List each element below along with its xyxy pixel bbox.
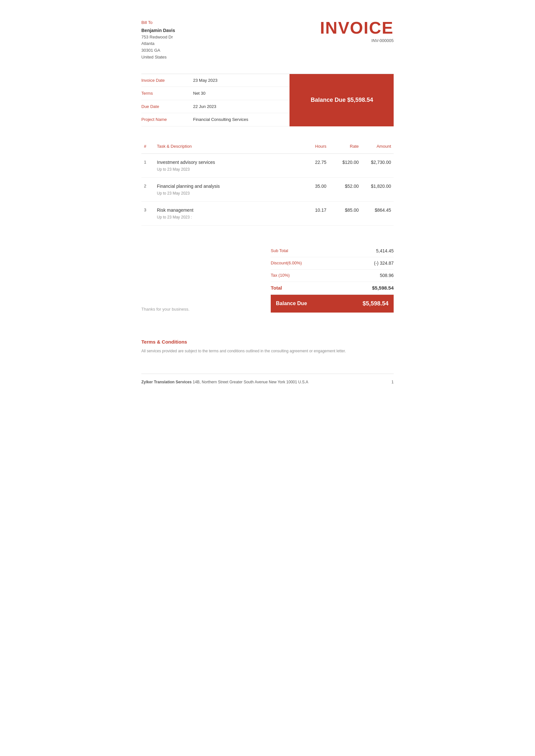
row-rate: $52.00 <box>329 178 361 202</box>
balance-due-header-box: Balance Due $5,598.54 <box>290 74 394 126</box>
task-name: Risk management <box>157 207 294 214</box>
invoice-date-value: 23 May 2023 <box>193 77 217 84</box>
discount-row: Discount(6.00%) (-) 324.87 <box>271 257 394 270</box>
table-header-row: # Task & Description Hours Rate Amount <box>141 139 394 154</box>
bill-to-address: 753 Redwood Dr Atlanta 30301 GA United S… <box>141 34 175 61</box>
invoice-number: INV-000005 <box>320 38 394 44</box>
terms-section: Terms & Conditions All services provided… <box>141 332 394 355</box>
row-task-desc: Investment advisory services Up to 23 Ma… <box>154 153 296 178</box>
balance-due-row: Balance Due $5,598.54 <box>271 295 394 312</box>
info-row-project-name: Project Name Financial Consulting Servic… <box>141 113 290 126</box>
invoice-page: Bill To Benjamin Davis 753 Redwood Dr At… <box>122 0 413 398</box>
balance-due-header-text: Balance Due $5,598.54 <box>311 96 373 104</box>
col-header-rate: Rate <box>329 139 361 154</box>
col-header-task: Task & Description <box>154 139 296 154</box>
total-label: Total <box>271 284 282 292</box>
row-task-desc: Financial planning and analysis Up to 23… <box>154 178 296 202</box>
task-name: Investment advisory services <box>157 159 294 166</box>
row-rate: $85.00 <box>329 202 361 226</box>
terms-value: Net 30 <box>193 90 205 97</box>
bill-to-city: Atlanta <box>141 40 175 47</box>
task-description: Up to 23 May 2023 <box>157 167 294 172</box>
row-amount: $2,730.00 <box>361 153 394 178</box>
info-row-due-date: Due Date 22 Jun 2023 <box>141 100 290 114</box>
tax-value: 508.96 <box>380 272 394 279</box>
col-header-amount: Amount <box>361 139 394 154</box>
invoice-date-label: Invoice Date <box>141 77 193 84</box>
discount-value: (-) 324.87 <box>374 260 394 267</box>
balance-due-value: $5,598.54 <box>363 299 388 308</box>
row-num: 2 <box>141 178 154 202</box>
totals-table: Sub Total 5,414.45 Discount(6.00%) (-) 3… <box>271 245 394 312</box>
table-row: 2 Financial planning and analysis Up to … <box>141 178 394 202</box>
row-task-desc: Risk management Up to 23 May 2023 : <box>154 202 296 226</box>
project-name-value: Financial Consulting Services <box>193 116 248 123</box>
table-row: 3 Risk management Up to 23 May 2023 : 10… <box>141 202 394 226</box>
terms-title: Terms & Conditions <box>141 338 394 346</box>
row-rate: $120.00 <box>329 153 361 178</box>
terms-label: Terms <box>141 90 193 97</box>
bill-to-address1: 753 Redwood Dr <box>141 34 175 41</box>
subtotal-label: Sub Total <box>271 248 288 255</box>
total-row: Total $5,598.54 <box>271 282 394 295</box>
bill-to-zip-state: 30301 GA <box>141 47 175 54</box>
bill-to-name: Benjamin Davis <box>141 27 175 34</box>
due-date-value: 22 Jun 2023 <box>193 103 216 110</box>
tax-row: Tax (10%) 508.96 <box>271 270 394 282</box>
task-description: Up to 23 May 2023 <box>157 190 294 196</box>
row-num: 1 <box>141 153 154 178</box>
task-description: Up to 23 May 2023 : <box>157 214 294 220</box>
subtotal-row: Sub Total 5,414.45 <box>271 245 394 257</box>
row-amount: $864.45 <box>361 202 394 226</box>
row-hours: 10.17 <box>296 202 329 226</box>
info-grid-container: Invoice Date 23 May 2023 Terms Net 30 Du… <box>141 74 394 126</box>
task-name: Financial planning and analysis <box>157 183 294 190</box>
project-name-label: Project Name <box>141 116 193 123</box>
col-header-num: # <box>141 139 154 154</box>
row-amount: $1,820.00 <box>361 178 394 202</box>
thanks-text: Thanks for your business. <box>141 306 189 312</box>
row-hours: 35.00 <box>296 178 329 202</box>
footer-company-name: Zylker Translation Services <box>141 380 191 384</box>
balance-due-label: Balance Due <box>276 300 307 308</box>
row-hours: 22.75 <box>296 153 329 178</box>
tax-label: Tax (10%) <box>271 272 290 279</box>
footer-page: 1 <box>391 379 394 385</box>
total-value: $5,598.54 <box>372 284 394 292</box>
footer: Zylker Translation Services 14B, Norther… <box>141 374 394 385</box>
info-grid: Invoice Date 23 May 2023 Terms Net 30 Du… <box>141 74 290 126</box>
bill-to-country: United States <box>141 54 175 61</box>
bill-to-label: Bill To <box>141 19 175 26</box>
bottom-section: Thanks for your business. Sub Total 5,41… <box>141 245 394 312</box>
col-header-hours: Hours <box>296 139 329 154</box>
terms-text: All services provided are subject to the… <box>141 348 394 354</box>
footer-company: Zylker Translation Services 14B, Norther… <box>141 379 308 385</box>
table-row: 1 Investment advisory services Up to 23 … <box>141 153 394 178</box>
info-row-terms: Terms Net 30 <box>141 87 290 100</box>
invoice-title: INVOICE <box>320 19 394 36</box>
invoice-title-section: INVOICE INV-000005 <box>320 19 394 44</box>
row-num: 3 <box>141 202 154 226</box>
invoice-table: # Task & Description Hours Rate Amount 1… <box>141 139 394 226</box>
bill-to-section: Bill To Benjamin Davis 753 Redwood Dr At… <box>141 19 175 61</box>
info-row-invoice-date: Invoice Date 23 May 2023 <box>141 74 290 87</box>
due-date-label: Due Date <box>141 103 193 110</box>
header-section: Bill To Benjamin Davis 753 Redwood Dr At… <box>141 19 394 61</box>
footer-address-text: 14B, Northern Street Greater South Avenu… <box>193 380 308 384</box>
subtotal-value: 5,414.45 <box>376 248 394 255</box>
discount-label: Discount(6.00%) <box>271 260 302 267</box>
